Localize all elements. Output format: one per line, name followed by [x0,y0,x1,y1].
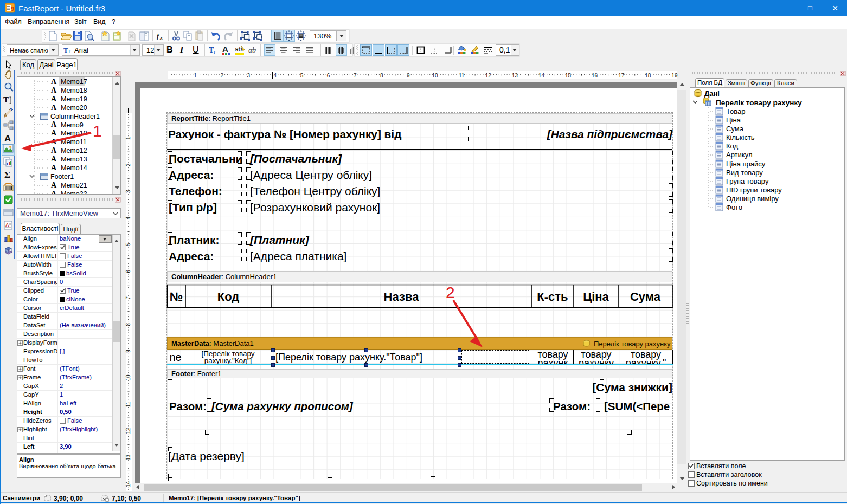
svg-text:f: f [157,33,159,40]
svg-text:9: 9 [11,5,14,12]
svg-text:2: 2 [446,283,455,301]
svg-text:1: 1 [93,122,102,140]
svg-text:A: A [4,133,11,144]
svg-text:T: T [3,95,9,104]
svg-text:r: r [214,49,216,55]
svg-text:A: A [222,45,228,54]
svg-text:14: 14 [125,481,131,487]
svg-text:x: x [159,35,163,41]
svg-text:Σ: Σ [4,170,10,180]
svg-text:T: T [68,49,71,54]
svg-text:A: A [5,222,9,228]
svg-text:ab: ab [235,46,242,53]
